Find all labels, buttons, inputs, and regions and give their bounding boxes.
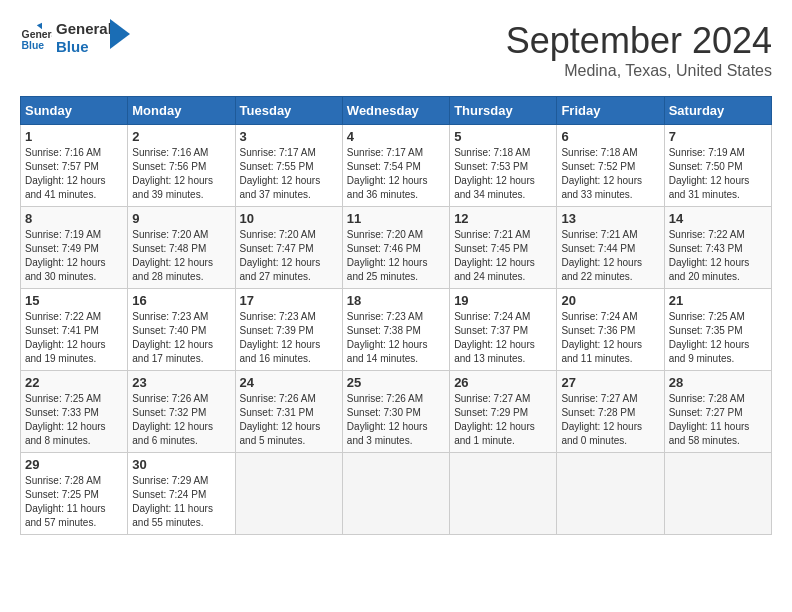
day-info: Sunrise: 7:22 AMSunset: 7:43 PMDaylight:… xyxy=(669,229,750,282)
day-info: Sunrise: 7:25 AMSunset: 7:33 PMDaylight:… xyxy=(25,393,106,446)
calendar-cell: 22 Sunrise: 7:25 AMSunset: 7:33 PMDaylig… xyxy=(21,371,128,453)
calendar-cell: 16 Sunrise: 7:23 AMSunset: 7:40 PMDaylig… xyxy=(128,289,235,371)
calendar-cell: 5 Sunrise: 7:18 AMSunset: 7:53 PMDayligh… xyxy=(450,125,557,207)
day-info: Sunrise: 7:17 AMSunset: 7:54 PMDaylight:… xyxy=(347,147,428,200)
day-number: 1 xyxy=(25,129,123,144)
calendar-cell: 25 Sunrise: 7:26 AMSunset: 7:30 PMDaylig… xyxy=(342,371,449,453)
day-number: 13 xyxy=(561,211,659,226)
calendar-row: 15 Sunrise: 7:22 AMSunset: 7:41 PMDaylig… xyxy=(21,289,772,371)
calendar-cell: 3 Sunrise: 7:17 AMSunset: 7:55 PMDayligh… xyxy=(235,125,342,207)
col-saturday: Saturday xyxy=(664,97,771,125)
calendar-cell xyxy=(557,453,664,535)
logo-chevron xyxy=(110,19,130,49)
day-info: Sunrise: 7:19 AMSunset: 7:49 PMDaylight:… xyxy=(25,229,106,282)
calendar-row: 8 Sunrise: 7:19 AMSunset: 7:49 PMDayligh… xyxy=(21,207,772,289)
day-info: Sunrise: 7:26 AMSunset: 7:32 PMDaylight:… xyxy=(132,393,213,446)
col-thursday: Thursday xyxy=(450,97,557,125)
day-number: 8 xyxy=(25,211,123,226)
day-number: 16 xyxy=(132,293,230,308)
calendar-cell: 9 Sunrise: 7:20 AMSunset: 7:48 PMDayligh… xyxy=(128,207,235,289)
day-info: Sunrise: 7:23 AMSunset: 7:38 PMDaylight:… xyxy=(347,311,428,364)
day-info: Sunrise: 7:18 AMSunset: 7:52 PMDaylight:… xyxy=(561,147,642,200)
day-number: 14 xyxy=(669,211,767,226)
day-number: 18 xyxy=(347,293,445,308)
calendar-cell: 6 Sunrise: 7:18 AMSunset: 7:52 PMDayligh… xyxy=(557,125,664,207)
calendar-cell: 29 Sunrise: 7:28 AMSunset: 7:25 PMDaylig… xyxy=(21,453,128,535)
day-number: 9 xyxy=(132,211,230,226)
day-info: Sunrise: 7:22 AMSunset: 7:41 PMDaylight:… xyxy=(25,311,106,364)
day-number: 3 xyxy=(240,129,338,144)
day-info: Sunrise: 7:20 AMSunset: 7:46 PMDaylight:… xyxy=(347,229,428,282)
day-info: Sunrise: 7:20 AMSunset: 7:48 PMDaylight:… xyxy=(132,229,213,282)
calendar-table: Sunday Monday Tuesday Wednesday Thursday… xyxy=(20,96,772,535)
day-number: 15 xyxy=(25,293,123,308)
day-info: Sunrise: 7:21 AMSunset: 7:45 PMDaylight:… xyxy=(454,229,535,282)
calendar-cell: 24 Sunrise: 7:26 AMSunset: 7:31 PMDaylig… xyxy=(235,371,342,453)
calendar-cell: 12 Sunrise: 7:21 AMSunset: 7:45 PMDaylig… xyxy=(450,207,557,289)
calendar-row: 29 Sunrise: 7:28 AMSunset: 7:25 PMDaylig… xyxy=(21,453,772,535)
day-number: 4 xyxy=(347,129,445,144)
header-row: Sunday Monday Tuesday Wednesday Thursday… xyxy=(21,97,772,125)
day-info: Sunrise: 7:28 AMSunset: 7:25 PMDaylight:… xyxy=(25,475,106,528)
calendar-cell: 7 Sunrise: 7:19 AMSunset: 7:50 PMDayligh… xyxy=(664,125,771,207)
calendar-cell: 15 Sunrise: 7:22 AMSunset: 7:41 PMDaylig… xyxy=(21,289,128,371)
day-info: Sunrise: 7:23 AMSunset: 7:40 PMDaylight:… xyxy=(132,311,213,364)
calendar-cell: 26 Sunrise: 7:27 AMSunset: 7:29 PMDaylig… xyxy=(450,371,557,453)
day-number: 22 xyxy=(25,375,123,390)
day-number: 28 xyxy=(669,375,767,390)
day-number: 25 xyxy=(347,375,445,390)
day-info: Sunrise: 7:27 AMSunset: 7:29 PMDaylight:… xyxy=(454,393,535,446)
calendar-cell: 1 Sunrise: 7:16 AMSunset: 7:57 PMDayligh… xyxy=(21,125,128,207)
day-info: Sunrise: 7:27 AMSunset: 7:28 PMDaylight:… xyxy=(561,393,642,446)
calendar-row: 1 Sunrise: 7:16 AMSunset: 7:57 PMDayligh… xyxy=(21,125,772,207)
day-number: 24 xyxy=(240,375,338,390)
day-number: 10 xyxy=(240,211,338,226)
calendar-cell: 23 Sunrise: 7:26 AMSunset: 7:32 PMDaylig… xyxy=(128,371,235,453)
calendar-cell xyxy=(664,453,771,535)
svg-text:General: General xyxy=(22,29,52,40)
day-info: Sunrise: 7:26 AMSunset: 7:30 PMDaylight:… xyxy=(347,393,428,446)
calendar-row: 22 Sunrise: 7:25 AMSunset: 7:33 PMDaylig… xyxy=(21,371,772,453)
calendar-cell: 20 Sunrise: 7:24 AMSunset: 7:36 PMDaylig… xyxy=(557,289,664,371)
calendar-cell xyxy=(342,453,449,535)
day-number: 6 xyxy=(561,129,659,144)
day-info: Sunrise: 7:24 AMSunset: 7:36 PMDaylight:… xyxy=(561,311,642,364)
day-number: 2 xyxy=(132,129,230,144)
day-info: Sunrise: 7:23 AMSunset: 7:39 PMDaylight:… xyxy=(240,311,321,364)
day-number: 20 xyxy=(561,293,659,308)
calendar-cell: 28 Sunrise: 7:28 AMSunset: 7:27 PMDaylig… xyxy=(664,371,771,453)
calendar-cell: 4 Sunrise: 7:17 AMSunset: 7:54 PMDayligh… xyxy=(342,125,449,207)
svg-text:Blue: Blue xyxy=(22,40,45,51)
calendar-cell xyxy=(450,453,557,535)
calendar-cell: 27 Sunrise: 7:27 AMSunset: 7:28 PMDaylig… xyxy=(557,371,664,453)
day-number: 5 xyxy=(454,129,552,144)
calendar-cell: 17 Sunrise: 7:23 AMSunset: 7:39 PMDaylig… xyxy=(235,289,342,371)
day-number: 7 xyxy=(669,129,767,144)
day-number: 17 xyxy=(240,293,338,308)
day-info: Sunrise: 7:28 AMSunset: 7:27 PMDaylight:… xyxy=(669,393,750,446)
day-number: 19 xyxy=(454,293,552,308)
calendar-cell: 10 Sunrise: 7:20 AMSunset: 7:47 PMDaylig… xyxy=(235,207,342,289)
col-friday: Friday xyxy=(557,97,664,125)
day-number: 26 xyxy=(454,375,552,390)
logo: General Blue General Blue xyxy=(20,20,130,56)
calendar-cell: 8 Sunrise: 7:19 AMSunset: 7:49 PMDayligh… xyxy=(21,207,128,289)
col-sunday: Sunday xyxy=(21,97,128,125)
day-number: 29 xyxy=(25,457,123,472)
calendar-cell: 14 Sunrise: 7:22 AMSunset: 7:43 PMDaylig… xyxy=(664,207,771,289)
col-monday: Monday xyxy=(128,97,235,125)
calendar-cell xyxy=(235,453,342,535)
day-info: Sunrise: 7:25 AMSunset: 7:35 PMDaylight:… xyxy=(669,311,750,364)
svg-marker-3 xyxy=(110,19,130,49)
day-info: Sunrise: 7:17 AMSunset: 7:55 PMDaylight:… xyxy=(240,147,321,200)
location: Medina, Texas, United States xyxy=(506,62,772,80)
day-number: 27 xyxy=(561,375,659,390)
day-info: Sunrise: 7:16 AMSunset: 7:56 PMDaylight:… xyxy=(132,147,213,200)
calendar-cell: 13 Sunrise: 7:21 AMSunset: 7:44 PMDaylig… xyxy=(557,207,664,289)
col-tuesday: Tuesday xyxy=(235,97,342,125)
day-info: Sunrise: 7:20 AMSunset: 7:47 PMDaylight:… xyxy=(240,229,321,282)
day-number: 21 xyxy=(669,293,767,308)
day-number: 11 xyxy=(347,211,445,226)
calendar-cell: 18 Sunrise: 7:23 AMSunset: 7:38 PMDaylig… xyxy=(342,289,449,371)
calendar-cell: 19 Sunrise: 7:24 AMSunset: 7:37 PMDaylig… xyxy=(450,289,557,371)
